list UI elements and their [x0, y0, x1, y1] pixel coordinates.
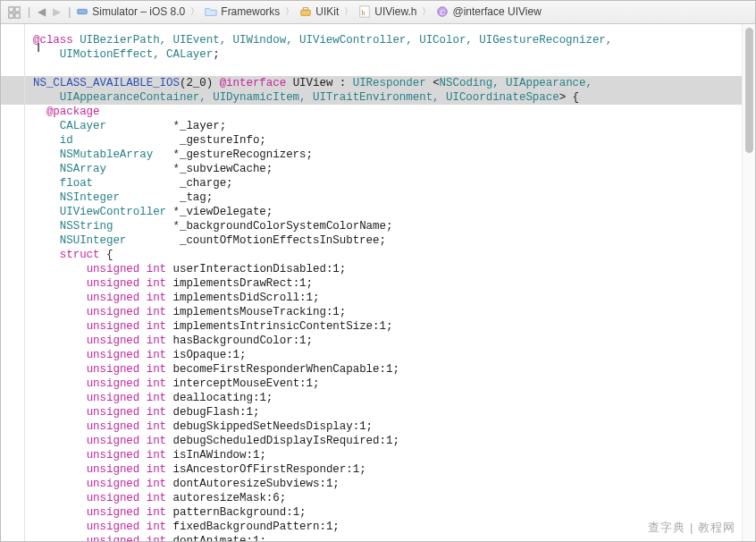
code-line: unsigned int implementsIntrinsicContentS…: [33, 319, 755, 334]
crumb-uiview-h[interactable]: h UIView.h: [358, 5, 416, 19]
code-line: unsigned int implementsDidScroll:1;: [33, 291, 755, 305]
class-icon: C: [436, 5, 449, 18]
separator: |: [26, 5, 32, 19]
code-line: unsigned int autoresizeMask:6;: [33, 491, 755, 505]
code-line: float _charge;: [33, 176, 755, 191]
code-line: unsigned int deallocating:1;: [33, 391, 755, 405]
chevron-right-icon: 〉: [342, 6, 355, 18]
related-items-icon[interactable]: [6, 4, 22, 21]
code-line: UIAppearanceContainer, UIDynamicItem, UI…: [33, 90, 755, 105]
vertical-scrollbar[interactable]: [742, 24, 755, 541]
svg-rect-2: [9, 13, 13, 17]
device-icon: [76, 5, 88, 18]
code-line: unsigned int dontAnimate:1;: [33, 534, 755, 541]
folder-icon: [205, 5, 217, 18]
code-editor[interactable]: I @class UIBezierPath, UIEvent, UIWindow…: [1, 24, 755, 541]
svg-rect-6: [304, 8, 308, 11]
code-line: id _gestureInfo;: [33, 133, 755, 148]
code-line: NSArray *_subviewCache;: [33, 162, 755, 176]
code-line: unsigned int patternBackground:1;: [33, 505, 755, 520]
code-line: unsigned int isOpaque:1;: [33, 348, 755, 362]
crumb-label: UIKit: [315, 5, 339, 19]
chevron-right-icon: 〉: [283, 6, 296, 18]
code-line: unsigned int debugSkippedSetNeedsDisplay…: [33, 419, 755, 434]
code-line: @class UIBezierPath, UIEvent, UIWindow, …: [33, 33, 755, 47]
code-line: unsigned int userInteractionDisabled:1;: [33, 262, 755, 276]
svg-rect-5: [301, 11, 311, 16]
text-cursor-icon: I: [37, 38, 40, 55]
code-line: NSInteger _tag;: [33, 191, 755, 205]
code-line: unsigned int dontAutoresizeSubviews:1;: [33, 477, 755, 491]
separator: |: [66, 5, 72, 19]
code-line: unsigned int implementsDrawRect:1;: [33, 276, 755, 291]
code-line: NS_CLASS_AVAILABLE_IOS(2_0) @interface U…: [33, 76, 755, 90]
svg-text:h: h: [362, 9, 365, 17]
gutter-line: [24, 24, 25, 541]
code-line: NSMutableArray *_gestureRecognizers;: [33, 148, 755, 162]
code-line: unsigned int implementsMouseTracking:1;: [33, 305, 755, 319]
code-line: unsigned int debugScheduledDisplayIsRequ…: [33, 434, 755, 448]
scrollbar-thumb[interactable]: [745, 28, 753, 153]
watermark-text: 查字典 | 教程网: [648, 521, 735, 536]
header-file-icon: h: [358, 5, 371, 18]
code-line: unsigned int isAncestorOfFirstResponder:…: [33, 462, 755, 477]
crumb-interface[interactable]: C @interface UIView: [436, 5, 541, 19]
code-line: unsigned int interceptMouseEvent:1;: [33, 377, 755, 391]
code-line: CALayer *_layer;: [33, 119, 755, 133]
svg-text:C: C: [441, 9, 445, 17]
crumb-label: Frameworks: [221, 5, 280, 19]
jump-bar: | ◀ ▶ | Simulator – iOS 8.0 〉 Frameworks…: [1, 1, 755, 24]
toolbox-icon: [299, 5, 312, 18]
code-line: unsigned int debugFlash:1;: [33, 405, 755, 419]
svg-rect-0: [9, 6, 13, 11]
crumb-label: UIView.h: [374, 5, 416, 19]
code-line: unsigned int hasBackgroundColor:1;: [33, 334, 755, 348]
nav-back-button[interactable]: ◀: [36, 5, 47, 19]
code-line: [33, 62, 755, 76]
crumb-simulator[interactable]: Simulator – iOS 8.0: [76, 5, 185, 19]
svg-rect-1: [15, 6, 20, 11]
code-line: unsigned int fixedBackgroundPattern:1;: [33, 520, 755, 534]
svg-rect-4: [78, 10, 88, 14]
code-line: NSUInteger _countOfMotionEffectsInSubtre…: [33, 233, 755, 248]
crumb-label: @interface UIView: [452, 5, 541, 19]
chevron-right-icon: 〉: [420, 6, 433, 18]
code-line: @package: [33, 105, 755, 119]
svg-rect-3: [15, 13, 20, 17]
code-line: UIViewController *_viewDelegate;: [33, 205, 755, 219]
crumb-uikit[interactable]: UIKit: [299, 5, 339, 19]
code-line: UIMotionEffect, CALayer;: [33, 47, 755, 62]
nav-forward-button[interactable]: ▶: [51, 5, 63, 19]
code-line: unsigned int becomeFirstResponderWhenCap…: [33, 362, 755, 377]
crumb-frameworks[interactable]: Frameworks: [205, 5, 280, 19]
interface-declaration-highlight: NS_CLASS_AVAILABLE_IOS(2_0) @interface U…: [1, 76, 755, 105]
code-line: unsigned int isInAWindow:1;: [33, 448, 755, 462]
code-line: NSString *_backgroundColorSystemColorNam…: [33, 219, 755, 233]
chevron-right-icon: 〉: [189, 6, 201, 18]
crumb-label: Simulator – iOS 8.0: [92, 5, 185, 19]
code-line: struct {: [33, 248, 755, 262]
